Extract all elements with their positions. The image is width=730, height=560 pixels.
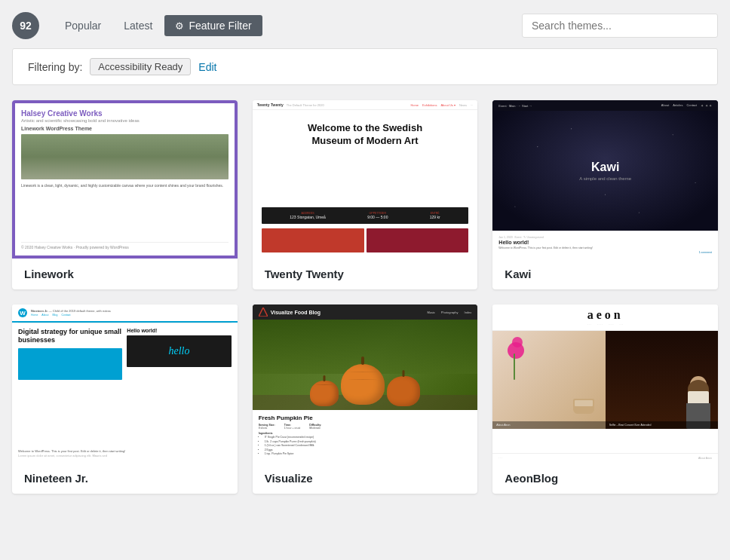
page-wrapper: 92 Popular Latest ⚙ Feature Filter Filte… — [0, 0, 730, 509]
aeon-logo: aeon — [500, 308, 710, 322]
theme-name-aeonblog: AeonBlog — [492, 463, 718, 494]
kawi-small-text: Event · Main · ← Start → — [498, 104, 532, 108]
aeon-meta-left: · · · — [498, 457, 502, 460]
nj-blue-image — [18, 348, 122, 380]
tt-logo: Twenty Twenty — [257, 103, 284, 107]
filter-edit-button[interactable]: Edit — [198, 61, 216, 73]
viz-diff: Moderate — [309, 427, 321, 430]
popular-tab[interactable]: Popular — [54, 15, 112, 36]
nj-heading: Digital strategy for unique small busine… — [18, 328, 122, 344]
aeon-meta-row: · · · About Aeon — [492, 453, 718, 463]
theme-count: 92 — [20, 20, 32, 32]
theme-card-visualize[interactable]: Visualize Food Blog Music Photography In… — [253, 304, 478, 494]
tt-nav-home: Home — [410, 103, 419, 107]
theme-preview-aeonblog: aeon · · · · · · · · · · · · · · — [492, 304, 718, 463]
theme-preview-twenty-twenty: Twenty Twenty The Default Theme for 2020… — [253, 100, 478, 259]
viz-time: 1 hour + crust — [284, 427, 301, 430]
lw-theme-name: Linework WordPress Theme — [21, 126, 229, 131]
tt-nav-exhibitions: Exhibitions — [422, 103, 437, 107]
nj-nav-contact: Contact — [62, 314, 71, 317]
viz-serving: 8 slices — [259, 427, 275, 430]
aeon-tea-cup — [573, 399, 594, 414]
search-wrapper — [522, 14, 718, 38]
nav-tabs: Popular Latest ⚙ Feature Filter — [54, 15, 262, 36]
svg-marker-0 — [259, 308, 268, 317]
kawi-title: Kawi — [591, 161, 619, 174]
nj-hello: Hello world! — [127, 328, 231, 333]
nj-hello-image: hello — [127, 335, 231, 367]
lw-footer: © 2020 Halsey Creative Works · Proudly p… — [21, 242, 229, 249]
theme-preview-linework: Halsey Creative Works Artistic and scien… — [12, 100, 238, 259]
filter-tag: Accessibility Ready — [90, 58, 191, 75]
tt-nav-dots: ··· — [471, 103, 473, 107]
theme-preview-visualize: Visualize Food Blog Music Photography In… — [253, 304, 478, 463]
aeon-meta-right: About Aeon — [698, 457, 712, 460]
nj-nav-about: About — [41, 314, 48, 317]
tt-price: 129 kr — [430, 215, 440, 219]
theme-card-kawi[interactable]: Event · Main · ← Start → About Articles … — [492, 100, 718, 289]
nj-nav-blog: Blog — [53, 314, 58, 317]
filter-bar: Filtering by: Accessibility Ready Edit — [12, 48, 718, 85]
search-input[interactable] — [522, 14, 718, 38]
lw-site-name: Halsey Creative Works — [21, 109, 229, 118]
nj-footer-text: Welcome to WordPress. This is your first… — [12, 449, 238, 463]
nj-nav-home: Home — [31, 314, 38, 317]
viz-nav-photography: Photography — [441, 311, 459, 314]
kawi-post-title: Hello world! — [498, 240, 712, 245]
kawi-nav-articles: Articles — [673, 103, 682, 108]
lw-hero-image — [21, 134, 229, 179]
tt-open-time: 9:00 — 5:00 — [367, 215, 388, 219]
theme-card-nineteen-jr[interactable]: W Nineteen Jr. — Child of the 2019 defau… — [12, 304, 238, 494]
nj-header-desc: Nineteen Jr. — Child of the 2019 default… — [31, 309, 111, 313]
viz-ingredients-label: Ingredients — [259, 432, 472, 435]
kawi-comments: 1 comment — [498, 251, 712, 254]
header: 92 Popular Latest ⚙ Feature Filter — [12, 0, 718, 48]
theme-name-twenty-twenty: Twenty Twenty — [253, 259, 478, 289]
aeon-caption-2: Selfie – Best Concert Ever Attended — [606, 421, 718, 429]
theme-card-twenty-twenty[interactable]: Twenty Twenty The Default Theme for 2020… — [253, 100, 478, 289]
tt-nav-about: About Us ▾ — [440, 103, 455, 107]
theme-name-nineteen-jr: Nineteen Jr. — [12, 463, 238, 494]
lw-body: Linework is a clean, light, dynamic, and… — [21, 182, 229, 188]
kawi-post-text: Welcome to WordPress. This is your first… — [498, 246, 712, 250]
latest-tab[interactable]: Latest — [113, 15, 163, 36]
aeon-nav-1: · · · — [587, 323, 591, 326]
kawi-tagline: A simple and clean theme — [579, 176, 631, 181]
theme-name-visualize: Visualize — [253, 463, 478, 494]
aeon-nav-3: · · · · — [609, 323, 614, 326]
tt-hero-title: Welcome to the SwedishMuseum of Modern A… — [263, 122, 468, 148]
themes-grid: Halsey Creative Works Artistic and scien… — [12, 100, 718, 494]
viz-nav-music: Music — [427, 311, 434, 314]
aeon-nav-4: · · · — [619, 323, 623, 326]
theme-name-linework: Linework — [12, 259, 238, 289]
theme-name-kawi: Kawi — [492, 259, 718, 289]
viz-article-title: Fresh Pumpkin Pie — [259, 415, 472, 421]
kawi-nav-about: About — [661, 103, 669, 108]
tt-address: 123 Storgatan, Umeå — [290, 215, 326, 219]
lw-tagline: Artistic and scientific showcasing bold … — [21, 118, 229, 123]
tt-image-1 — [262, 228, 364, 252]
kawi-post-meta: Jan 1, 2020 · Event · ✎ Uncategorized — [498, 236, 712, 239]
kawi-nav-contact: Contact — [686, 103, 697, 108]
aeon-nav-2: · · · · — [597, 323, 603, 326]
nj-wp-logo: W — [18, 308, 27, 317]
theme-preview-nineteen-jr: W Nineteen Jr. — Child of the 2019 defau… — [12, 304, 238, 463]
kawi-social: ✦ ✦ ✦ — [701, 103, 712, 108]
tt-tagline: The Default Theme for 2020 — [287, 103, 324, 107]
feature-filter-button[interactable]: ⚙ Feature Filter — [164, 15, 262, 36]
theme-count-badge: 92 — [12, 12, 39, 39]
viz-logo-icon — [259, 308, 268, 317]
theme-preview-kawi: Event · Main · ← Start → About Articles … — [492, 100, 718, 259]
tt-nav-more: News — [459, 103, 467, 107]
filtering-by-label: Filtering by: — [28, 61, 82, 73]
viz-logo-text: Visualize Food Blog — [271, 310, 321, 315]
tt-image-2 — [367, 228, 469, 252]
viz-nav-index: Index — [465, 311, 472, 314]
viz-ingredient-5: 1 tsp. Pumpkin Pie Spice — [265, 452, 472, 457]
theme-card-aeonblog[interactable]: aeon · · · · · · · · · · · · · · — [492, 304, 718, 494]
theme-card-linework[interactable]: Halsey Creative Works Artistic and scien… — [12, 100, 238, 289]
gear-icon: ⚙ — [175, 20, 184, 32]
aeon-caption-1: About Aeon — [492, 421, 605, 429]
feature-filter-label: Feature Filter — [189, 20, 251, 32]
